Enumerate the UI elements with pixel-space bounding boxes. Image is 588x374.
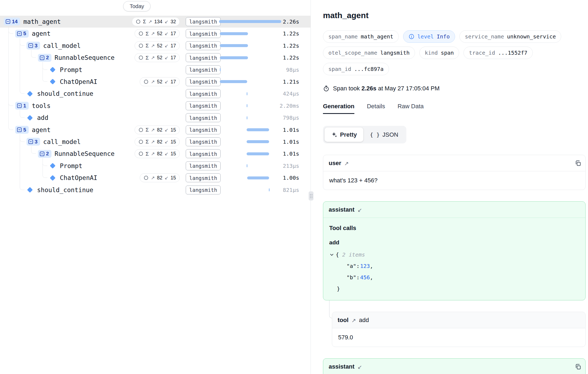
token-metrics: Σ↗82↙15	[135, 137, 180, 146]
arrow-down-left-icon: ↙	[165, 151, 168, 157]
child-count: 1	[23, 103, 26, 109]
sigma-icon: Σ	[146, 55, 149, 61]
collapse-toggle[interactable]: 14	[4, 18, 20, 25]
arrow-down-left-icon: ↙	[357, 207, 362, 213]
trace-row[interactable]: 2RunnableSequenceΣ↗52↙17langsmith1.22s	[0, 52, 311, 64]
tab-generation[interactable]: Generation	[323, 103, 354, 114]
attribute-pill-kind: kindspan	[419, 47, 459, 59]
pretty-toggle-button[interactable]: Pretty	[325, 127, 363, 142]
arrow-down-left-icon: ↙	[165, 55, 168, 61]
tokens-icon	[138, 55, 143, 60]
message-role: assistant	[329, 206, 354, 213]
attribute-pill-span_name: span_namemath_agent	[323, 30, 399, 43]
attribute-pill-span_id: span_id...fc897a	[323, 63, 389, 75]
tab-details[interactable]: Details	[367, 103, 385, 114]
leaf-diamond-icon	[50, 67, 55, 73]
view-toggle: Pretty{ }JSON	[323, 126, 406, 143]
right-panel: math_agent span_namemath_agentlevelInfos…	[311, 0, 588, 374]
duration-label: 2.26s	[283, 18, 299, 25]
collapse-toggle[interactable]: 2	[38, 54, 51, 62]
arrow-down-left-icon: ↙	[165, 79, 168, 84]
today-filter-button[interactable]: Today	[123, 1, 151, 11]
message-header: assistant↙	[323, 202, 585, 218]
tokens-icon	[136, 19, 141, 24]
token-metrics: Σ↗52↙17	[135, 41, 180, 50]
duration-bar	[247, 140, 269, 143]
span-name: should_continue	[37, 186, 93, 193]
trace-row[interactable]: should_continuelangsmith424µs	[0, 88, 311, 100]
message-card-assistant-tool-calls: assistant↙Tool callsadd{2 items"a": 123,…	[323, 201, 586, 300]
span-timing: Span took 2.26s at May 27 17:05:04 PM	[323, 85, 586, 92]
sigma-icon: Σ	[146, 127, 149, 133]
duration-label: 1.21s	[283, 78, 299, 85]
trace-row[interactable]: should_continuelangsmith821µs	[0, 184, 311, 196]
trace-row[interactable]: Promptlangsmith213µs	[0, 160, 311, 172]
message-header: assistant↙	[323, 359, 585, 374]
panel-resize-handle[interactable]	[309, 191, 313, 201]
trace-row[interactable]: addlangsmith798µs	[0, 112, 311, 124]
duration-label: 1.00s	[283, 175, 299, 181]
arrow-down-left-icon: ↙	[357, 364, 362, 370]
sigma-icon: Σ	[146, 151, 149, 157]
child-count: 2	[46, 55, 49, 61]
chevron-down-icon[interactable]	[329, 252, 334, 257]
message-header: user↗	[323, 155, 585, 171]
trace-row[interactable]: 3call_modelΣ↗82↙15langsmith1.01s	[0, 136, 311, 148]
langsmith-tag: langsmith	[186, 53, 221, 62]
token-metrics: Σ↗52↙17	[135, 29, 180, 38]
trace-row[interactable]: ChatOpenAI↗82↙15langsmith1.00s	[0, 172, 311, 184]
duration-bar	[220, 56, 248, 59]
trace-row[interactable]: 5agentΣ↗52↙17langsmith1.22s	[0, 28, 311, 40]
attribute-pills: span_namemath_agentlevelInfoservice_name…	[323, 30, 586, 75]
trace-row[interactable]: Promptlangsmith98µs	[0, 64, 311, 76]
duration-label: 1.01s	[283, 150, 299, 157]
collapse-toggle[interactable]: 3	[27, 138, 40, 146]
leaf-diamond-icon	[50, 163, 55, 169]
tokens-icon	[138, 139, 143, 144]
json-toggle-button[interactable]: { }JSON	[363, 127, 405, 142]
langsmith-tag: langsmith	[186, 101, 221, 110]
duration-bar	[247, 164, 247, 167]
child-count: 3	[35, 139, 38, 145]
child-count: 3	[35, 43, 38, 49]
collapse-toggle[interactable]: 5	[15, 30, 29, 38]
duration-label: 1.22s	[283, 54, 299, 61]
leaf-diamond-icon	[27, 187, 33, 193]
langsmith-tag: langsmith	[186, 89, 221, 98]
attribute-pill-level: levelInfo	[403, 30, 455, 43]
trace-row[interactable]: 2RunnableSequenceΣ↗82↙15langsmith1.01s	[0, 148, 311, 160]
langsmith-tag: langsmith	[186, 149, 221, 158]
langsmith-tag: langsmith	[186, 77, 221, 86]
arrow-up-right-icon: ↗	[148, 19, 152, 24]
items-count: 2 items	[342, 251, 365, 258]
arrow-up-right-icon: ↗	[151, 175, 155, 181]
duration-bar	[220, 44, 248, 47]
span-name: Prompt	[60, 162, 82, 169]
duration-bar	[219, 20, 281, 23]
trace-row[interactable]: 3call_modelΣ↗52↙17langsmith1.22s	[0, 40, 311, 52]
collapse-toggle[interactable]: 3	[27, 42, 40, 50]
arrow-down-left-icon: ↙	[165, 19, 168, 24]
trace-row[interactable]: 14math_agentΣ↗134↙32langsmith2.26s	[0, 16, 311, 28]
attribute-pill-otel_scope_name: otel_scope_namelangsmith	[323, 47, 415, 59]
span-name: should_continue	[37, 90, 93, 97]
child-count: 2	[46, 151, 49, 157]
trace-row[interactable]: 1toolslangsmith2.20ms	[0, 100, 311, 112]
trace-row[interactable]: 5agentΣ↗82↙15langsmith1.01s	[0, 124, 311, 136]
tab-raw-data[interactable]: Raw Data	[397, 103, 424, 114]
collapse-toggle[interactable]: 5	[15, 126, 29, 134]
duration-label: 1.01s	[283, 127, 299, 133]
collapse-toggle[interactable]: 1	[15, 102, 29, 110]
trace-row[interactable]: ChatOpenAI↗52↙17langsmith1.21s	[0, 76, 311, 88]
span-name: RunnableSequence	[55, 54, 115, 61]
collapse-toggle[interactable]: 2	[38, 150, 51, 158]
detail-tabs: GenerationDetailsRaw Data	[323, 103, 586, 114]
span-name: Prompt	[60, 66, 82, 73]
copy-button[interactable]	[574, 160, 582, 167]
token-metrics: Σ↗52↙17	[135, 53, 180, 62]
tool-connector	[329, 300, 332, 318]
copy-button[interactable]	[574, 363, 582, 370]
minus-square-icon	[39, 151, 45, 157]
duration-bar	[247, 176, 269, 179]
arrow-up-right-icon: ↗	[151, 151, 155, 157]
